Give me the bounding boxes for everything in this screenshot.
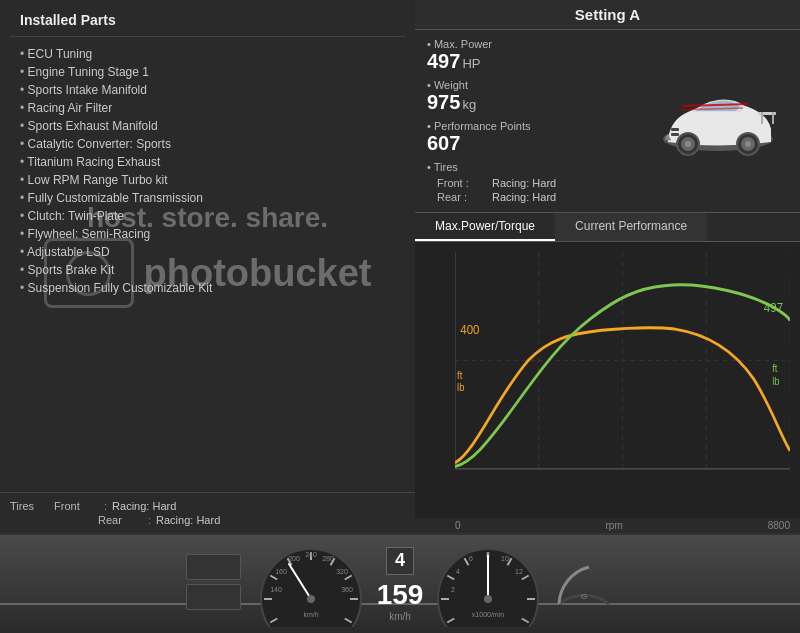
svg-text:12: 12 bbox=[515, 568, 523, 575]
svg-text:497: 497 bbox=[764, 301, 783, 316]
performance-value: 607 bbox=[427, 132, 460, 155]
svg-text:lb: lb bbox=[457, 381, 465, 393]
svg-text:x1000/min: x1000/min bbox=[472, 611, 504, 618]
tachometer-gauge: 2 4 6 8 10 12 x1000/min bbox=[431, 542, 546, 627]
power-torque-chart: 400 497 ft lb ft lb bbox=[455, 252, 790, 493]
right-front-label: Front : bbox=[437, 177, 492, 189]
left-tires-label: Tires bbox=[10, 500, 34, 512]
performance-label: • Performance Points bbox=[427, 120, 648, 132]
list-item: Clutch: Twin-Plate bbox=[20, 207, 395, 225]
list-item: Titanium Racing Exhaust bbox=[20, 153, 395, 171]
svg-text:2: 2 bbox=[451, 586, 455, 593]
left-rear-tire: Racing: Hard bbox=[156, 514, 220, 526]
chart-area: 400 497 ft lb ft lb bbox=[415, 242, 800, 518]
right-front-tire: Racing: Hard bbox=[492, 177, 556, 189]
tires-section-label: Tires bbox=[434, 161, 458, 173]
svg-point-7 bbox=[685, 141, 691, 147]
gear-indicator: 4 bbox=[386, 547, 414, 575]
list-item: Fully Customizable Transmission bbox=[20, 189, 395, 207]
list-item: Low RPM Range Turbo kit bbox=[20, 171, 395, 189]
list-item: Catalytic Converter: Sports bbox=[20, 135, 395, 153]
max-power-label: • Max. Power bbox=[427, 38, 648, 50]
speedometer-gauge: 140 160 200 240 280 320 360 km/h bbox=[254, 542, 369, 627]
chart-x-labels: 0 rpm 8800 bbox=[415, 518, 800, 533]
installed-parts-title: Installed Parts bbox=[10, 8, 405, 37]
bottom-bar: 140 160 200 240 280 320 360 km/h 4 159 bbox=[0, 533, 800, 633]
svg-text:400: 400 bbox=[460, 322, 479, 337]
tab-current-performance[interactable]: Current Performance bbox=[555, 213, 707, 241]
chart-x-label: rpm bbox=[606, 520, 623, 531]
setting-header: Setting A bbox=[415, 0, 800, 30]
svg-rect-3 bbox=[761, 112, 763, 124]
list-item: Suspension Fully Customizable Kit bbox=[20, 279, 395, 297]
svg-text:G: G bbox=[581, 592, 587, 601]
weight-unit: kg bbox=[462, 97, 476, 112]
right-rear-tire: Racing: Hard bbox=[492, 191, 556, 203]
svg-rect-12 bbox=[671, 133, 679, 136]
left-rear-label: Rear bbox=[98, 514, 143, 526]
svg-text:km/h: km/h bbox=[303, 611, 318, 618]
svg-text:280: 280 bbox=[322, 555, 334, 562]
list-item: Racing Air Filter bbox=[20, 99, 395, 117]
list-item: Sports Brake Kit bbox=[20, 261, 395, 279]
svg-text:lb: lb bbox=[772, 375, 780, 387]
svg-rect-11 bbox=[671, 128, 679, 131]
max-power-value: 497 bbox=[427, 50, 460, 73]
list-item: Flywheel: Semi-Racing bbox=[20, 225, 395, 243]
left-front-tire: Racing: Hard bbox=[112, 500, 176, 512]
svg-text:200: 200 bbox=[288, 555, 300, 562]
list-item: Adjustable LSD bbox=[20, 243, 395, 261]
list-item: ECU Tuning bbox=[20, 45, 395, 63]
svg-text:240: 240 bbox=[305, 551, 317, 558]
svg-text:10: 10 bbox=[501, 555, 509, 562]
left-icon-top bbox=[186, 554, 241, 580]
svg-text:160: 160 bbox=[275, 568, 287, 575]
svg-point-44 bbox=[307, 595, 315, 603]
chart-x-end: 8800 bbox=[768, 520, 790, 531]
svg-text:360: 360 bbox=[341, 586, 353, 593]
weight-value: 975 bbox=[427, 91, 460, 114]
speed-display: 4 159 km/h bbox=[377, 547, 424, 622]
max-power-unit: HP bbox=[462, 56, 480, 71]
chart-tabs: Max.Power/Torque Current Performance bbox=[415, 213, 800, 242]
chart-section: Max.Power/Torque Current Performance bbox=[415, 213, 800, 533]
svg-point-10 bbox=[745, 141, 751, 147]
right-rear-label: Rear : bbox=[437, 191, 492, 203]
left-tires-section: Tires Front : Racing: Hard Rear : Racing… bbox=[0, 492, 415, 533]
speed-unit: km/h bbox=[377, 611, 424, 622]
stats-section: • Max. Power 497 HP • Weight 975 kg bbox=[415, 30, 800, 213]
left-icons bbox=[186, 554, 246, 614]
weight-label: • Weight bbox=[427, 79, 648, 91]
list-item: Sports Exhaust Manifold bbox=[20, 117, 395, 135]
parts-list: ECU Tuning Engine Tuning Stage 1 Sports … bbox=[10, 43, 405, 299]
tab-max-power-torque[interactable]: Max.Power/Torque bbox=[415, 213, 555, 241]
list-item: Sports Intake Manifold bbox=[20, 81, 395, 99]
svg-text:4: 4 bbox=[456, 568, 460, 575]
svg-text:140: 140 bbox=[270, 586, 282, 593]
left-front-label: Front bbox=[54, 500, 99, 512]
list-item: Engine Tuning Stage 1 bbox=[20, 63, 395, 81]
svg-text:ft: ft bbox=[457, 369, 462, 381]
speed-value: 159 bbox=[377, 579, 424, 611]
svg-point-63 bbox=[484, 595, 492, 603]
svg-text:6: 6 bbox=[469, 555, 473, 562]
svg-text:ft: ft bbox=[772, 363, 777, 375]
svg-rect-4 bbox=[772, 112, 774, 124]
svg-text:320: 320 bbox=[336, 568, 348, 575]
left-icon-bottom bbox=[186, 584, 241, 610]
car-image bbox=[648, 38, 788, 204]
right-icon: G bbox=[554, 554, 614, 614]
chart-x-start: 0 bbox=[455, 520, 461, 531]
